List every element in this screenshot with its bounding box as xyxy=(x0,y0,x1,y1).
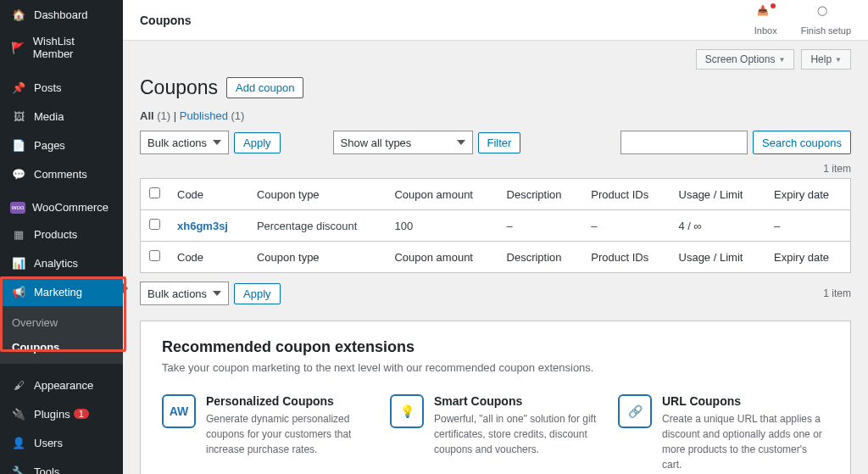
sidebar-item-marketing[interactable]: 📢Marketing xyxy=(0,277,123,306)
sidebar-label: Media xyxy=(34,110,64,123)
ext-bulb-icon: 💡 xyxy=(390,394,424,428)
ext-smart[interactable]: 💡 Smart CouponsPowerful, "all in one" so… xyxy=(390,394,601,472)
cell-type: Percentage discount xyxy=(248,210,387,242)
sidebar-item-users[interactable]: 👤Users xyxy=(0,428,123,457)
all-count: (1) xyxy=(157,109,170,122)
finish-setup-button[interactable]: ◯Finish setup xyxy=(801,5,851,36)
ext-desc: Create a unique URL that applies a disco… xyxy=(662,411,829,472)
type-filter-select[interactable]: Show all types xyxy=(333,131,473,154)
select-all-checkbox-foot[interactable] xyxy=(149,250,160,261)
sidebar-label: Posts xyxy=(34,81,62,94)
cell-desc: – xyxy=(498,210,583,242)
ext-url[interactable]: 🔗 URL CouponsCreate a unique URL that ap… xyxy=(618,394,829,472)
sidebar-item-tools[interactable]: 🔧Tools xyxy=(0,457,123,474)
heading: Coupons xyxy=(140,76,218,99)
sidebar-label: Products xyxy=(34,228,77,241)
circle-icon: ◯ xyxy=(817,5,834,22)
ext-personalized[interactable]: AW Personalized CouponsGenerate dynamic … xyxy=(162,394,373,472)
sidebar-item-plugins[interactable]: 🔌Plugins1 xyxy=(0,399,123,428)
comment-icon: 💬 xyxy=(10,165,27,182)
col-expiry[interactable]: Expiry date xyxy=(765,242,850,273)
coupons-table: Code Coupon type Coupon amount Descripti… xyxy=(140,178,851,273)
col-type[interactable]: Coupon type xyxy=(248,179,387,210)
sidebar-item-dashboard[interactable]: 🏠Dashboard xyxy=(0,0,123,29)
bulk-actions-select[interactable]: Bulk actions xyxy=(140,131,229,154)
ext-title: URL Coupons xyxy=(662,394,829,408)
add-coupon-button[interactable]: Add coupon xyxy=(226,77,303,98)
item-count-bottom: 1 item xyxy=(823,287,851,299)
col-pids[interactable]: Product IDs xyxy=(582,179,670,210)
col-desc[interactable]: Description xyxy=(498,242,583,273)
sidebar-label: Dashboard xyxy=(34,8,88,21)
inbox-label: Inbox xyxy=(754,25,777,36)
pages-icon: 📄 xyxy=(10,137,27,153)
sidebar-label: Pages xyxy=(34,139,65,152)
select-all-checkbox[interactable] xyxy=(149,187,160,198)
sidebar-label: Appearance xyxy=(34,379,93,392)
ext-title: Personalized Coupons xyxy=(206,394,373,408)
filter-all[interactable]: All xyxy=(140,109,154,122)
sidebar-label: Marketing xyxy=(34,286,82,298)
flag-icon: 🚩 xyxy=(10,39,26,56)
ext-desc: Powerful, "all in one" solution for gift… xyxy=(434,411,601,457)
marketing-icon: 📢 xyxy=(10,283,27,300)
col-pids[interactable]: Product IDs xyxy=(582,242,670,273)
search-input[interactable] xyxy=(620,131,748,154)
submenu-coupons[interactable]: Coupons xyxy=(0,335,123,360)
screen-options-button[interactable]: Screen Options xyxy=(696,49,795,70)
col-code[interactable]: Code xyxy=(169,242,248,273)
col-usage[interactable]: Usage / Limit xyxy=(670,242,766,273)
apply-button[interactable]: Apply xyxy=(234,132,281,153)
sidebar-item-posts[interactable]: 📌Posts xyxy=(0,73,123,102)
rec-title: Recommended coupon extensions xyxy=(162,338,829,356)
tools-icon: 🔧 xyxy=(10,463,27,474)
col-type[interactable]: Coupon type xyxy=(248,242,387,273)
help-button[interactable]: Help xyxy=(801,49,851,70)
sidebar-item-products[interactable]: ▦Products xyxy=(0,220,123,248)
row-checkbox[interactable] xyxy=(149,219,160,230)
submenu-overview[interactable]: Overview xyxy=(0,310,123,335)
products-icon: ▦ xyxy=(10,226,27,243)
filter-button[interactable]: Filter xyxy=(478,132,521,153)
sidebar-item-media[interactable]: 🖼Media xyxy=(0,102,123,131)
apply-button-bottom[interactable]: Apply xyxy=(234,283,281,304)
sidebar-item-analytics[interactable]: 📊Analytics xyxy=(0,248,123,277)
sidebar-item-comments[interactable]: 💬Comments xyxy=(0,159,123,188)
table-row: xh6gm3sj Percentage discount 100 – – 4 /… xyxy=(141,210,851,242)
page-title: Coupons xyxy=(140,14,192,27)
pub-count: (1) xyxy=(231,109,245,122)
sidebar-item-woocommerce[interactable]: wooWooCommerce xyxy=(0,195,123,220)
sidebar-item-pages[interactable]: 📄Pages xyxy=(0,131,123,159)
bulk-actions-select-bottom[interactable]: Bulk actions xyxy=(140,282,229,305)
col-usage[interactable]: Usage / Limit xyxy=(670,179,766,210)
sidebar-item-wishlist[interactable]: 🚩WishList Member xyxy=(0,29,123,66)
sidebar-label: WishList Member xyxy=(33,35,113,60)
analytics-icon: 📊 xyxy=(10,254,27,271)
plugins-badge: 1 xyxy=(74,409,89,419)
sidebar-label: Plugins xyxy=(34,408,70,421)
search-button[interactable]: Search coupons xyxy=(753,131,851,154)
col-code[interactable]: Code xyxy=(169,179,248,210)
ext-title: Smart Coupons xyxy=(434,394,601,408)
dashboard-icon: 🏠 xyxy=(10,6,27,23)
sidebar-label: Tools xyxy=(34,466,59,475)
appearance-icon: 🖌 xyxy=(10,376,27,393)
col-amount[interactable]: Coupon amount xyxy=(386,179,498,210)
col-amount[interactable]: Coupon amount xyxy=(386,242,498,273)
col-expiry[interactable]: Expiry date xyxy=(765,179,850,210)
sidebar-label: WooCommerce xyxy=(32,201,108,214)
sidebar-item-appearance[interactable]: 🖌Appearance xyxy=(0,371,123,399)
inbox-button[interactable]: 📥Inbox xyxy=(754,5,777,36)
cell-amount: 100 xyxy=(386,210,498,242)
users-icon: 👤 xyxy=(10,434,27,451)
cell-pids: – xyxy=(582,210,670,242)
item-count: 1 item xyxy=(140,163,851,175)
col-desc[interactable]: Description xyxy=(498,179,583,210)
plugins-icon: 🔌 xyxy=(10,405,27,422)
coupon-code-link[interactable]: xh6gm3sj xyxy=(177,220,228,232)
cell-expiry: – xyxy=(765,210,850,242)
filter-published[interactable]: Published xyxy=(180,109,228,122)
finish-label: Finish setup xyxy=(801,25,851,36)
sep: | xyxy=(174,109,176,122)
rec-subtitle: Take your coupon marketing to the next l… xyxy=(162,361,829,374)
